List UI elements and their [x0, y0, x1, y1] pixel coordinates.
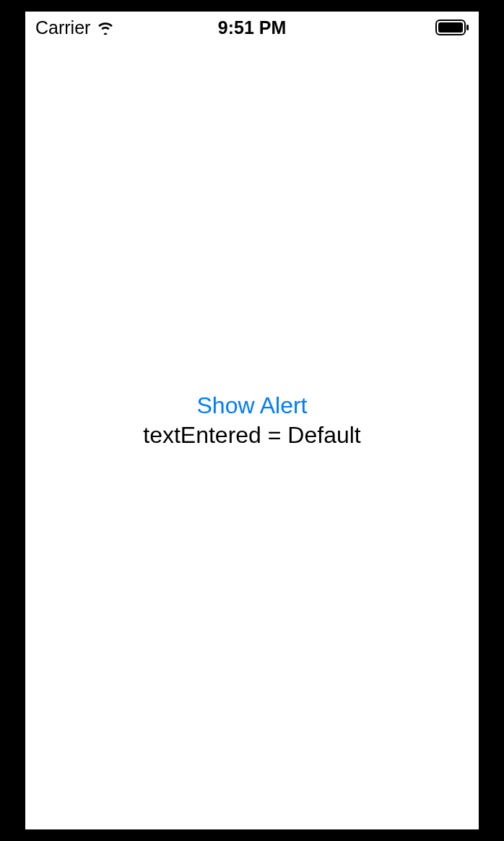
device-screen: Carrier 9:51 PM Show Alert textEnter [25, 12, 479, 829]
main-content: Show Alert textEntered = Default [25, 12, 479, 829]
text-entered-label: textEntered = Default [143, 422, 361, 449]
show-alert-button[interactable]: Show Alert [197, 392, 308, 419]
